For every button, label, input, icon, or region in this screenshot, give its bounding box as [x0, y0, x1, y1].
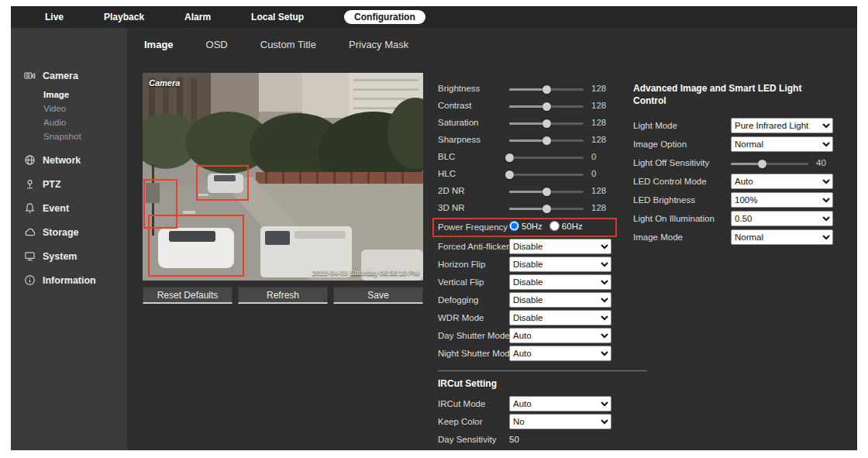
light-off-sensitivity-value: 40	[816, 158, 826, 167]
light-on-illumination-select[interactable]: 0.50	[731, 211, 833, 226]
preview-watermark: Camera	[149, 78, 180, 88]
nav-live[interactable]: Live	[45, 12, 64, 22]
sidebar-item-image[interactable]: Image	[11, 88, 127, 102]
light-off-sensitivity-label: Light Off Sensitivity	[633, 158, 709, 167]
blc-slider[interactable]	[509, 152, 584, 163]
blc-value: 0	[591, 152, 596, 161]
setting-row-power-frequency: Power Frequency 50Hz 60Hz	[438, 217, 618, 239]
power-frequency-50hz-option[interactable]: 50Hz	[509, 221, 542, 231]
setting-row-wdr-mode: WDR Mode Disable	[438, 310, 618, 328]
setting-row-saturation: Saturation 128	[438, 115, 618, 132]
light-mode-select[interactable]: Pure Infrared Light	[731, 118, 833, 133]
sidebar-item-video[interactable]: Video	[11, 102, 127, 115]
night-shutter-mode-select[interactable]: Auto	[509, 346, 611, 361]
tab-osd[interactable]: OSD	[206, 39, 228, 50]
day-shutter-mode-select[interactable]: Auto	[509, 328, 611, 343]
setting-row-light-mode: Light Mode Pure Infrared Light	[633, 117, 836, 136]
hlc-slider[interactable]	[509, 169, 584, 180]
setting-row-led-brightness: LED Brightness 100%	[633, 191, 836, 210]
radio-50hz-label: 50Hz	[522, 222, 542, 231]
network-icon	[23, 154, 36, 167]
radio-50hz[interactable]	[509, 221, 519, 231]
sidebar-item-system[interactable]: System	[11, 244, 127, 268]
horizon-flip-select[interactable]: Disable	[509, 257, 611, 272]
ircut-mode-label: IRCut Mode	[438, 399, 485, 408]
led-control-mode-select[interactable]: Auto	[731, 174, 833, 189]
ircut-mode-select[interactable]: Auto	[509, 396, 611, 412]
sidebar-item-camera[interactable]: Camera	[11, 64, 127, 88]
advanced-header: Advanced Image and Smart LED Light Contr…	[633, 82, 818, 107]
main-panel: Image OSD Custom Title Privacy Mask	[127, 28, 857, 450]
vertical-flip-select[interactable]: Disable	[509, 274, 611, 290]
blc-label: BLC	[438, 152, 455, 161]
setting-row-sharpness: Sharpness 128	[438, 132, 618, 149]
power-frequency-60hz-option[interactable]: 60Hz	[549, 221, 583, 231]
setting-row-hlc: HLC 0	[438, 166, 618, 183]
reset-defaults-button[interactable]: Reset Defaults	[143, 287, 232, 304]
setting-row-night-shutter-mode: Night Shutter Mode Auto	[438, 346, 618, 363]
keep-color-select[interactable]: No	[509, 414, 611, 429]
brightness-label: Brightness	[438, 84, 480, 93]
sharpness-value: 128	[591, 135, 606, 144]
tab-bar: Image OSD Custom Title Privacy Mask	[127, 28, 857, 60]
image-mode-label: Image Mode	[633, 232, 683, 242]
setting-row-3d-nr: 3D NR 128	[438, 200, 618, 217]
forced-anti-flicker-select[interactable]: Disable	[509, 239, 611, 254]
sidebar-item-audio[interactable]: Audio	[11, 115, 127, 129]
wdr-mode-select[interactable]: Disable	[509, 310, 611, 325]
nr2d-slider[interactable]	[509, 186, 584, 197]
cloud-icon	[23, 226, 36, 239]
power-frequency-label: Power Frequency	[438, 222, 508, 232]
defogging-label: Defogging	[438, 295, 478, 305]
image-mode-select[interactable]: Normal	[731, 229, 833, 245]
sidebar-item-label: Storage	[43, 227, 79, 238]
nr2d-label: 2D NR	[438, 186, 465, 195]
setting-row-2d-nr: 2D NR 128	[438, 183, 618, 200]
radio-60hz[interactable]	[549, 221, 560, 231]
refresh-button[interactable]: Refresh	[238, 287, 328, 304]
nav-local-setup[interactable]: Local Setup	[251, 12, 304, 22]
setting-row-ircut-mode: IRCut Mode Auto	[438, 396, 647, 414]
nr3d-label: 3D NR	[438, 203, 465, 212]
light-off-sensitivity-slider[interactable]	[731, 158, 808, 169]
sharpness-slider[interactable]	[509, 135, 584, 146]
image-option-select[interactable]: Normal	[731, 136, 833, 152]
tab-image[interactable]: Image	[144, 39, 174, 50]
setting-row-image-mode: Image Mode Normal	[633, 229, 836, 247]
nr2d-value: 128	[591, 186, 606, 195]
sidebar-item-ptz[interactable]: PTZ	[11, 172, 127, 196]
sidebar-item-label: Information	[43, 275, 96, 286]
defogging-select[interactable]: Disable	[509, 292, 611, 308]
contrast-label: Contrast	[438, 101, 471, 110]
sidebar-item-label: System	[43, 251, 77, 262]
nr3d-slider[interactable]	[509, 203, 584, 214]
contrast-slider[interactable]	[509, 101, 584, 112]
sidebar-item-information[interactable]: Information	[11, 268, 127, 292]
sidebar-item-label: Camera	[43, 71, 78, 81]
brightness-value: 128	[591, 84, 606, 93]
setting-row-led-control-mode: LED Control Mode Auto	[633, 173, 836, 191]
brightness-slider[interactable]	[509, 84, 584, 95]
camera-config-app: Live Playback Alarm Local Setup Configur…	[11, 6, 857, 450]
nav-configuration[interactable]: Configuration	[344, 10, 425, 24]
tab-custom-title[interactable]: Custom Title	[260, 39, 316, 50]
light-mode-label: Light Mode	[633, 121, 677, 130]
setting-row-blc: BLC 0	[438, 149, 618, 166]
led-brightness-select[interactable]: 100%	[731, 192, 833, 208]
setting-row-horizon-flip: Horizon Flip Disable	[438, 257, 618, 274]
sidebar-item-storage[interactable]: Storage	[11, 220, 127, 244]
vertical-flip-label: Vertical Flip	[438, 277, 484, 287]
sidebar-item-network[interactable]: Network	[11, 148, 127, 172]
save-button[interactable]: Save	[333, 287, 423, 304]
nav-playback[interactable]: Playback	[104, 12, 144, 22]
sidebar-item-event[interactable]: Event	[11, 196, 127, 220]
nav-alarm[interactable]: Alarm	[184, 12, 211, 22]
preview-timestamp: 2022-04-09 Saturday 06:36:10 PM	[312, 269, 419, 277]
saturation-slider[interactable]	[509, 118, 584, 129]
led-control-mode-label: LED Control Mode	[633, 177, 707, 186]
setting-row-forced-anti-flicker: Forced Anti-flicker Disable	[438, 239, 618, 257]
ircut-setting-header: IRCut Setting	[438, 378, 647, 389]
setting-row-vertical-flip: Vertical Flip Disable	[438, 274, 618, 292]
tab-privacy-mask[interactable]: Privacy Mask	[349, 39, 408, 50]
sidebar-item-snapshot[interactable]: Snapshot	[11, 129, 127, 143]
